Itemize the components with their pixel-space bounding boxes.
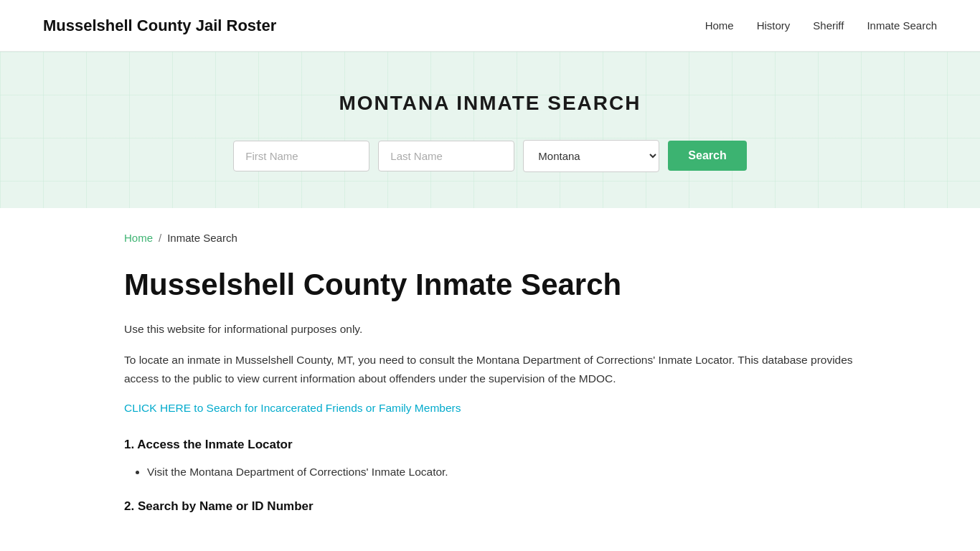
section-1-list: Visit the Montana Department of Correcti… [147,463,856,481]
hero-heading: MONTANA INMATE SEARCH [14,88,966,120]
site-logo[interactable]: Musselshell County Jail Roster [43,13,276,38]
main-content: Home / Inmate Search Musselshell County … [81,208,899,551]
section-2-heading: 2. Search by Name or ID Number [124,496,856,516]
breadcrumb-separator: / [159,230,161,247]
main-nav: Home History Sheriff Inmate Search [705,17,937,34]
nav-history[interactable]: History [757,17,791,34]
intro-para-1: Use this website for informational purpo… [124,320,856,339]
section-1-bullet-1: Visit the Montana Department of Correcti… [147,463,856,481]
first-name-input[interactable] [233,141,369,171]
inmate-search-form: MontanaAlabamaAlaskaArizonaArkansasCalif… [14,140,966,172]
nav-home[interactable]: Home [705,17,734,34]
search-link[interactable]: CLICK HERE to Search for Incarcerated Fr… [124,400,856,418]
last-name-input[interactable] [378,141,514,171]
hero-banner: MONTANA INMATE SEARCH MontanaAlabamaAlas… [0,52,980,208]
site-header: Musselshell County Jail Roster Home Hist… [0,0,980,52]
nav-sheriff[interactable]: Sheriff [813,17,844,34]
breadcrumb-current: Inmate Search [167,230,237,247]
breadcrumb: Home / Inmate Search [124,230,856,247]
page-title: Musselshell County Inmate Search [124,267,856,303]
state-select[interactable]: MontanaAlabamaAlaskaArizonaArkansasCalif… [523,140,659,172]
nav-inmate-search[interactable]: Inmate Search [867,17,937,34]
section-1-heading: 1. Access the Inmate Locator [124,435,856,454]
intro-para-2: To locate an inmate in Musselshell Count… [124,351,856,389]
breadcrumb-home[interactable]: Home [124,230,153,247]
search-button[interactable]: Search [668,141,746,171]
